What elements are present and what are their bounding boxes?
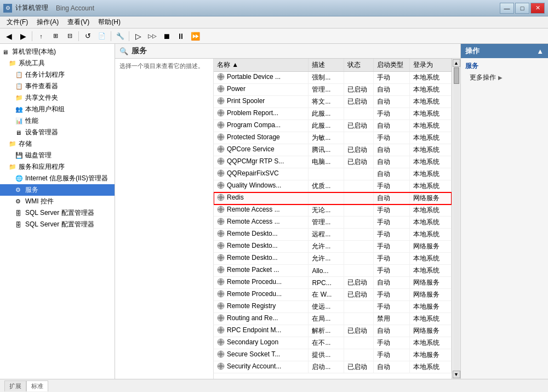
sidebar-item-sql-config2[interactable]: 🗄 SQL Server 配置管理器 xyxy=(0,219,115,230)
col-startup[interactable]: 启动类型 xyxy=(374,59,410,72)
svg-rect-29 xyxy=(222,124,224,126)
service-table-wrapper[interactable]: 名称 ▲ 描述 状态 启动类型 登录为 xyxy=(214,59,452,379)
table-row[interactable]: Routing and Re... 在局...禁用本地系统 xyxy=(214,313,452,325)
scrollbar[interactable]: ▲ ▼ xyxy=(452,59,460,379)
sidebar-item-local-users[interactable]: 👥 本地用户和组 xyxy=(0,104,115,115)
table-row[interactable]: Quality Windows... 优质...手动本地系统 xyxy=(214,180,452,192)
tab-standard[interactable]: 标准 xyxy=(26,380,48,391)
properties-button[interactable]: 🔧 xyxy=(113,30,127,42)
sidebar-label-local-users: 本地用户和组 xyxy=(25,105,65,114)
menu-help[interactable]: 帮助(H) xyxy=(94,16,125,28)
sidebar-item-services-apps[interactable]: 📁 服务和应用程序 xyxy=(0,161,115,173)
wmi-icon: ⚙ xyxy=(15,198,24,205)
right-panel-collapse[interactable]: ▲ xyxy=(536,47,544,55)
table-row[interactable]: Remote Procedu... 在 W...已启动手动网络服务 xyxy=(214,289,452,301)
table-row[interactable]: Program Compa... 此服...已启动自动本地系统 xyxy=(214,120,452,132)
col-logon[interactable]: 登录为 xyxy=(410,59,452,72)
svg-rect-40 xyxy=(218,149,219,150)
table-row[interactable]: Remote Deskto... 允许...手动本地系统 xyxy=(214,253,452,265)
sidebar-item-iis[interactable]: 🌐 Internet 信息服务(IIS)管理器 xyxy=(0,173,115,184)
maximize-button[interactable]: □ xyxy=(515,3,529,14)
svg-rect-16 xyxy=(218,100,219,101)
table-row[interactable]: Redis 自动网络服务 xyxy=(214,192,452,204)
sql-icon-1: 🗄 xyxy=(15,210,24,217)
table-row[interactable]: Remote Access ... 无论...手动本地系统 xyxy=(214,204,452,217)
table-row[interactable]: Remote Access ... 管理...手动本地系统 xyxy=(214,217,452,229)
menu-view[interactable]: 查看(V) xyxy=(63,16,94,28)
service-status xyxy=(344,204,374,217)
event-icon: 📋 xyxy=(15,83,24,90)
up-button[interactable]: ↑ xyxy=(35,30,48,42)
menu-file[interactable]: 文件(F) xyxy=(2,16,32,28)
sidebar-item-sql-config1[interactable]: 🗄 SQL Server 配置管理器 xyxy=(0,207,115,219)
toolbar-sep-4 xyxy=(129,31,129,41)
table-row[interactable]: Secondary Logon 在不...手动本地系统 xyxy=(214,337,452,349)
table-row[interactable]: Remote Deskto... 允许...手动网络服务 xyxy=(214,241,452,253)
svg-rect-146 xyxy=(220,363,221,365)
stop-button[interactable]: ⏹ xyxy=(160,30,173,42)
sidebar-item-services[interactable]: ⚙ 服务 xyxy=(0,184,115,196)
start-button[interactable]: ▷ xyxy=(132,30,145,42)
table-row[interactable]: QQPCMgr RTP S... 电脑...已启动自动本地系统 xyxy=(214,156,452,168)
sidebar-item-disk-mgmt[interactable]: 💾 磁盘管理 xyxy=(0,150,115,161)
table-row[interactable]: QQRepairFixSVC 自动本地系统 xyxy=(214,168,452,180)
table-row[interactable]: RPC Endpoint M... 解析...已启动自动网络服务 xyxy=(214,325,452,337)
refresh-button[interactable]: ↺ xyxy=(81,30,94,42)
col-desc[interactable]: 描述 xyxy=(309,59,344,72)
minimize-button[interactable]: — xyxy=(500,3,514,14)
sidebar-item-task-scheduler[interactable]: 📋 任务计划程序 xyxy=(0,69,115,81)
menu-action[interactable]: 操作(A) xyxy=(32,16,63,28)
toolbar-sep-2 xyxy=(78,31,79,41)
close-button[interactable]: ✕ xyxy=(530,3,545,14)
service-startup: 手动 xyxy=(374,265,410,277)
svg-rect-21 xyxy=(220,115,221,116)
table-row[interactable]: Secure Socket T... 提供...手动本地服务 xyxy=(214,349,452,361)
show-hide-button[interactable]: ⊞ xyxy=(49,30,62,42)
col-name[interactable]: 名称 ▲ xyxy=(214,59,309,72)
col-status[interactable]: 状态 xyxy=(344,59,374,72)
service-status: 已启动 xyxy=(344,84,374,96)
table-row[interactable]: Remote Registry 使远...手动本地服务 xyxy=(214,301,452,313)
sidebar-item-shared-folders[interactable]: 📁 共享文件夹 xyxy=(0,92,115,104)
collapse-button[interactable]: ⊟ xyxy=(63,30,76,42)
sidebar-item-event-viewer[interactable]: 📋 事件查看器 xyxy=(0,81,115,92)
table-row[interactable]: Portable Device ... 强制...手动本地系统 xyxy=(214,72,452,84)
table-row[interactable]: Protected Storage 为敏...手动本地系统 xyxy=(214,132,452,144)
sidebar-item-computer-mgmt[interactable]: 🖥 算机管理(本地) xyxy=(0,46,115,58)
service-desc: 将文... xyxy=(309,96,344,108)
sidebar-item-performance[interactable]: 📊 性能 xyxy=(0,115,115,127)
svg-rect-111 xyxy=(220,296,221,297)
svg-point-91 xyxy=(219,256,222,259)
svg-rect-32 xyxy=(220,134,221,135)
scroll-down-button[interactable]: ▼ xyxy=(453,371,460,378)
forward-button[interactable]: ▶ xyxy=(16,30,30,42)
table-row[interactable]: Security Account... 启动...已启动自动本地系统 xyxy=(214,361,452,373)
sidebar-item-device-mgr[interactable]: 🖥 设备管理器 xyxy=(0,127,115,138)
table-row[interactable]: QPCore Service 腾讯...已启动自动本地系统 xyxy=(214,144,452,156)
table-row[interactable]: Remote Deskto... 远程...手动本地系统 xyxy=(214,229,452,241)
right-panel-more-actions[interactable]: 更多操作 ▶ xyxy=(461,72,548,83)
table-row[interactable]: Power 管理...已启动自动本地系统 xyxy=(214,84,452,96)
sidebar-item-storage[interactable]: 📁 存储 xyxy=(0,138,115,150)
svg-point-85 xyxy=(219,244,222,247)
sidebar-item-system-tools[interactable]: 📁 系统工具 xyxy=(0,58,115,69)
table-row[interactable]: Problem Report... 此服...手动本地系统 xyxy=(214,108,452,120)
pause-button[interactable]: ⏸ xyxy=(174,30,187,42)
table-row[interactable]: Remote Procedu... RPC...已启动自动网络服务 xyxy=(214,277,452,289)
back-button[interactable]: ◀ xyxy=(2,30,15,42)
service-desc: 腾讯... xyxy=(309,144,344,156)
scroll-up-button[interactable]: ▲ xyxy=(453,59,460,67)
export-button[interactable]: 📄 xyxy=(95,30,109,42)
restart-button[interactable]: ⏩ xyxy=(189,30,202,42)
service-startup: 自动 xyxy=(374,192,410,204)
table-row[interactable]: Print Spooler 将文...已启动自动本地系统 xyxy=(214,96,452,108)
svg-rect-58 xyxy=(218,185,219,186)
tab-expand[interactable]: 扩展 xyxy=(4,380,26,391)
service-desc: 管理... xyxy=(309,217,344,229)
sidebar-item-wmi[interactable]: ⚙ WMI 控件 xyxy=(0,196,115,207)
start2-button[interactable]: ▷▷ xyxy=(146,30,159,42)
service-name: Remote Deskto... xyxy=(214,229,309,241)
svg-rect-63 xyxy=(220,199,221,201)
table-row[interactable]: Remote Packet ... Allo...手动本地系统 xyxy=(214,265,452,277)
scroll-thumb[interactable] xyxy=(454,67,459,84)
